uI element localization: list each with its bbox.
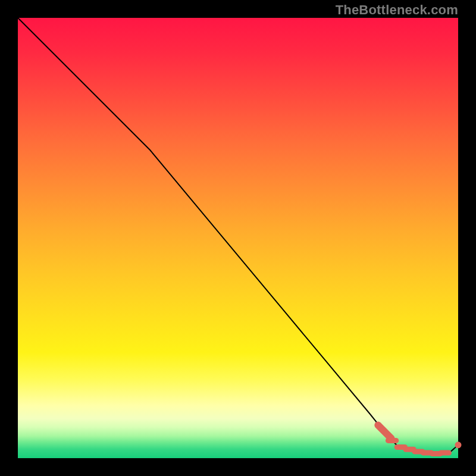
marker-lead-pill [378,425,391,439]
highlighted-range-markers [378,425,461,454]
watermark-text: TheBottleneck.com [336,2,458,18]
bottleneck-curve [18,18,458,454]
chart-stage: TheBottleneck.com [0,0,476,476]
chart-overlay-svg [18,18,458,458]
marker-end-dot [455,441,462,448]
